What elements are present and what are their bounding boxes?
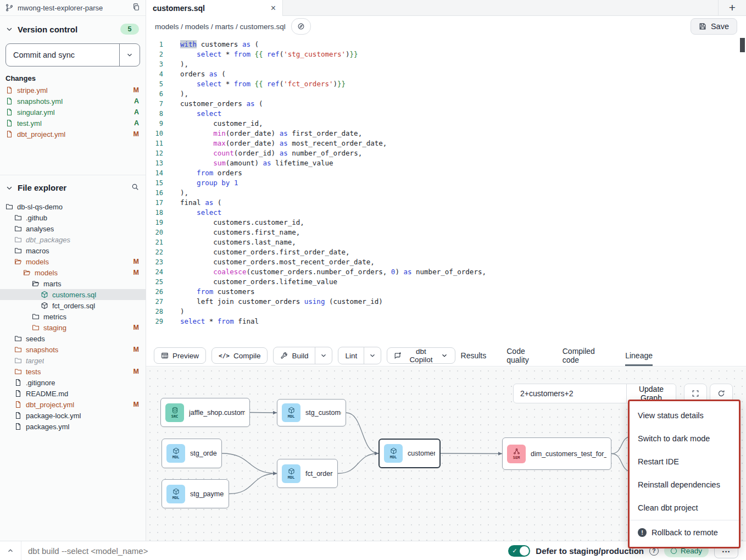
lint-options-button[interactable] — [364, 347, 381, 364]
chevron-down-icon — [441, 352, 448, 359]
model-cube-icon — [41, 302, 48, 309]
close-tab-icon[interactable]: × — [271, 4, 276, 13]
save-button[interactable]: Save — [691, 18, 737, 35]
tree-item-tests[interactable]: testsM — [0, 366, 146, 377]
model-badge-icon: MDL — [166, 444, 185, 463]
folder-icon — [32, 324, 40, 331]
folder-icon — [32, 313, 40, 320]
changed-file-test.yml[interactable]: test.ymlA — [0, 118, 146, 129]
compass-icon — [297, 23, 305, 30]
folder-icon — [5, 203, 13, 210]
minimap[interactable]: with customers as ( select * from {{ ref… — [676, 39, 736, 76]
tree-item-target[interactable]: target — [0, 355, 146, 366]
tree-item-.gitignore[interactable]: .gitignore — [0, 377, 146, 388]
menu-item-reinstall-dependencies[interactable]: Reinstall dependencies — [630, 473, 739, 496]
file-icon — [5, 119, 13, 127]
wrench-icon — [280, 352, 288, 359]
tab-customers-sql[interactable]: customers.sql × — [146, 0, 283, 16]
node-label: customers — [408, 450, 435, 457]
tab-results[interactable]: Results — [461, 345, 487, 366]
lineage-node-stg_customers[interactable]: MDLstg_customers — [277, 399, 346, 426]
tree-item-fct_orders.sql[interactable]: fct_orders.sql — [0, 300, 146, 311]
folder-icon — [14, 247, 22, 254]
lineage-filter-input[interactable] — [514, 384, 626, 403]
compile-button[interactable]: </> Compile — [211, 347, 268, 364]
tab-lineage[interactable]: Lineage — [625, 345, 653, 366]
file-icon — [5, 86, 13, 94]
expand-command-bar-button[interactable] — [0, 541, 21, 560]
changed-file-dbt_project.yml[interactable]: dbt_project.ymlM — [0, 129, 146, 140]
folder-icon — [14, 214, 22, 221]
tab-compiled-code[interactable]: Compiled code — [563, 345, 605, 366]
tree-item-db-sl-qs-demo[interactable]: db-sl-qs-demo — [0, 201, 146, 212]
model-badge-icon: MDL — [166, 485, 185, 503]
tree-item-dbt_packages[interactable]: dbt_packages — [0, 234, 146, 245]
editor-scrollbar[interactable] — [740, 38, 745, 52]
lineage-node-dim_customers_test_for_parse[interactable]: SEMdim_customers_test_for_parse — [502, 437, 611, 470]
preview-button[interactable]: Preview — [154, 347, 206, 364]
changed-file-stripe.yml[interactable]: stripe.ymlM — [0, 85, 146, 96]
tree-item-marts[interactable]: marts — [0, 278, 146, 289]
version-control-title: Version control — [18, 25, 77, 34]
lint-button[interactable]: Lint — [338, 347, 364, 364]
menu-item-view-status-details[interactable]: View status details — [630, 404, 739, 427]
chevron-down-icon — [320, 352, 327, 359]
version-control-header[interactable]: Version control 5 — [0, 16, 146, 35]
toggle-knob — [520, 546, 529, 556]
chevron-down-icon — [5, 25, 13, 33]
lineage-node-stg_payments[interactable]: MDLstg_payments — [162, 479, 229, 508]
tree-item-staging[interactable]: stagingM — [0, 322, 146, 333]
defer-toggle[interactable]: ✓ — [508, 545, 530, 557]
lineage-node-customers[interactable]: MDLcustomers — [378, 439, 441, 468]
commit-and-sync-button[interactable]: Commit and sync — [5, 43, 140, 66]
lineage-node-jaffle_shop.customers[interactable]: SRCjaffle_shop.customers — [160, 398, 250, 427]
menu-item-restart-ide[interactable]: Restart IDE — [630, 450, 739, 473]
tree-item-snapshots[interactable]: snapshotsM — [0, 344, 146, 355]
open-in-explorer-button[interactable] — [291, 18, 311, 35]
menu-item-switch-to-dark-mode[interactable]: Switch to dark mode — [630, 427, 739, 450]
folder-icon — [14, 236, 22, 243]
tree-item-metrics[interactable]: metrics — [0, 311, 146, 322]
file-icon — [5, 108, 13, 116]
model-badge-icon: MDL — [282, 464, 300, 483]
tree-item-customers.sql[interactable]: customers.sql — [0, 289, 146, 300]
file-explorer-header[interactable]: File explorer — [0, 175, 146, 192]
commit-options-button[interactable] — [119, 44, 140, 66]
new-tab-button[interactable]: + — [718, 0, 746, 15]
file-icon — [5, 130, 13, 138]
dbt-copilot-button[interactable]: dbt Copilot — [387, 347, 455, 364]
tree-item-packages.yml[interactable]: packages.yml — [0, 421, 146, 432]
result-tabs: Results Code quality Compiled code Linea… — [461, 345, 653, 366]
tree-item-models[interactable]: modelsM — [0, 267, 146, 278]
menu-item-rollback-to-remote[interactable]: ! Rollback to remote — [630, 521, 739, 544]
file-icon — [14, 423, 22, 430]
changed-file-snapshots.yml[interactable]: snapshots.ymlA — [0, 96, 146, 107]
tree-item-package-lock.yml[interactable]: package-lock.yml — [0, 410, 146, 421]
dbt-cloud-ide: mwong-test-explorer-parse Version contro… — [0, 0, 746, 560]
folder-icon — [14, 357, 22, 364]
tab-code-quality[interactable]: Code quality — [506, 345, 542, 366]
menu-item-clean-dbt-project[interactable]: Clean dbt project — [630, 496, 739, 519]
tree-item-README.md[interactable]: README.md — [0, 388, 146, 399]
code-editor[interactable]: 1with customers as (2 select * from {{ r… — [146, 37, 746, 345]
tree-item-seeds[interactable]: seeds — [0, 333, 146, 344]
tree-item-.github[interactable]: .github — [0, 212, 146, 223]
tree-item-macros[interactable]: macros — [0, 245, 146, 256]
lineage-node-stg_orders[interactable]: MDLstg_orders — [162, 439, 222, 468]
copilot-label: dbt Copilot — [405, 347, 436, 364]
tree-item-analyses[interactable]: analyses — [0, 223, 146, 234]
file-icon — [14, 390, 22, 397]
command-input[interactable] — [21, 546, 508, 556]
build-button[interactable]: Build — [274, 347, 315, 364]
copy-branch-button[interactable] — [132, 3, 140, 13]
build-options-button[interactable] — [315, 347, 332, 364]
file-search-button[interactable] — [131, 183, 139, 192]
tree-item-dbt_project.yml[interactable]: dbt_project.ymlM — [0, 399, 146, 410]
tree-item-models[interactable]: modelsM — [0, 256, 146, 267]
lineage-node-fct_orders[interactable]: MDLfct_orders — [277, 459, 338, 488]
folder-icon — [14, 346, 22, 353]
changed-file-singular.yml[interactable]: singular.ymlA — [0, 107, 146, 118]
file-tree: db-sl-qs-demo.githubanalysesdbt_packages… — [0, 201, 146, 432]
chevron-down-icon — [126, 51, 133, 59]
menu-divider — [630, 520, 739, 520]
